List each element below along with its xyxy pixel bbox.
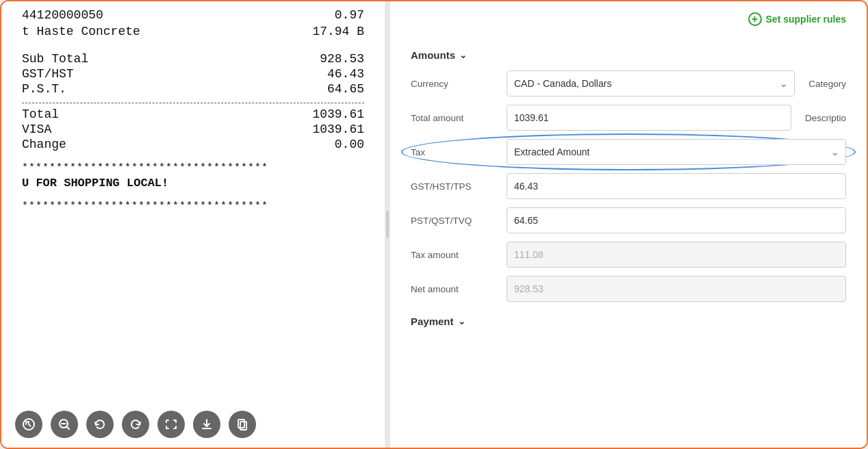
gst-input[interactable] — [507, 173, 846, 199]
category-col-label: Category — [808, 79, 846, 89]
pst-qst-label: PST/QST/TVQ — [411, 216, 500, 226]
total-amount-input[interactable] — [507, 105, 791, 131]
plus-circle-icon: + — [748, 12, 762, 26]
svg-rect-5 — [240, 422, 246, 430]
currency-label: Currency — [411, 79, 500, 89]
receipt-gst-row: GST/HST 46.43 — [22, 67, 364, 81]
gst-label: GST/HST — [22, 67, 74, 81]
change-value: 0.00 — [335, 138, 364, 151]
payment-label: Payment — [411, 316, 454, 327]
currency-row: Currency CAD - Canada, Dollars ⌄ Categor… — [411, 70, 846, 97]
receipt-header-row: 44120000050 0.97 — [22, 8, 364, 22]
zoom-reset-button[interactable] — [15, 411, 42, 438]
receipt-panel: 44120000050 0.97 t Haste Concrete 17.94 … — [1, 1, 385, 448]
rotate-right-button[interactable] — [122, 411, 149, 438]
net-amount-row: Net amount — [411, 276, 846, 302]
stars-bottom: ************************************ — [22, 201, 364, 212]
store-value: 17.94 B — [312, 25, 364, 38]
subtotal-value: 928.53 — [320, 52, 364, 66]
tax-label: Tax — [411, 147, 500, 157]
form-panel: + Set supplier rules Amounts ⌄ Currency … — [390, 1, 867, 448]
receipt-totals: Total 1039.61 VISA 1039.61 Change 0.00 — [22, 107, 364, 151]
thanks-text: U FOR SHOPPING LOCAL! — [22, 177, 364, 190]
description-col-label: Descriptio — [805, 113, 846, 123]
pst-input-wrap — [507, 207, 846, 233]
currency-select-wrap: CAD - Canada, Dollars ⌄ — [507, 70, 795, 97]
payment-section-header[interactable]: Payment ⌄ — [411, 316, 846, 327]
total-amount-input-wrap — [507, 105, 791, 131]
net-amount-label: Net amount — [411, 284, 500, 294]
receipt-toolbar — [1, 401, 385, 448]
tax-amount-row: Tax amount — [411, 242, 846, 268]
net-amount-input-wrap — [507, 276, 846, 302]
zoom-out-button[interactable] — [51, 411, 78, 438]
pst-value: 64.65 — [327, 82, 364, 96]
download-button[interactable] — [193, 411, 220, 438]
receipt-subtotal-row: Sub Total 928.53 — [22, 52, 364, 66]
receipt-pst-row: P.S.T. 64.65 — [22, 82, 364, 96]
pst-label: P.S.T. — [22, 82, 66, 96]
payment-chevron-icon: ⌄ — [458, 316, 465, 326]
gst-input-wrap — [507, 173, 846, 199]
receipt-total-row: Total 1039.61 — [22, 107, 364, 121]
amounts-label: Amounts — [411, 49, 455, 61]
store-name: t Haste Concrete — [22, 25, 140, 38]
total-label: Total — [22, 107, 59, 121]
drag-handle — [386, 211, 389, 238]
panel-divider — [385, 1, 390, 448]
fit-page-button[interactable] — [157, 411, 185, 438]
gst-row: GST/HST/TPS — [411, 173, 846, 199]
total-amount-row: Total amount Descriptio — [411, 105, 846, 131]
receipt-header-value: 0.97 — [335, 8, 364, 22]
receipt-store-row: t Haste Concrete 17.94 B — [22, 25, 364, 38]
subtotal-label: Sub Total — [22, 52, 88, 66]
tax-amount-label: Tax amount — [411, 250, 500, 260]
gst-value: 46.43 — [327, 67, 364, 81]
change-label: Change — [22, 138, 66, 151]
tax-select-wrap: Extracted Amount ⌄ — [507, 139, 846, 165]
svg-rect-4 — [238, 420, 244, 428]
receipt-visa-row: VISA 1039.61 — [22, 123, 364, 136]
receipt-divider — [22, 103, 364, 103]
amounts-chevron-icon: ⌄ — [459, 50, 467, 60]
tax-amount-input-wrap — [507, 242, 846, 268]
set-supplier-button[interactable]: + Set supplier rules — [748, 12, 846, 26]
tax-amount-input[interactable] — [507, 242, 846, 268]
total-amount-label: Total amount — [411, 113, 500, 123]
rotate-left-button[interactable] — [86, 411, 114, 438]
stars-top: ************************************ — [22, 162, 364, 174]
amounts-section-header[interactable]: Amounts ⌄ — [411, 49, 846, 61]
receipt-change-row: Change 0.00 — [22, 138, 364, 151]
tax-row-wrapper: Tax Extracted Amount ⌄ — [411, 139, 846, 165]
pst-row: PST/QST/TVQ — [411, 207, 846, 233]
tax-row: Tax Extracted Amount ⌄ — [411, 139, 846, 165]
currency-select[interactable]: CAD - Canada, Dollars — [507, 70, 795, 97]
tax-select[interactable]: Extracted Amount — [507, 139, 846, 165]
visa-label: VISA — [22, 123, 51, 136]
total-value: 1039.61 — [312, 107, 364, 121]
pst-input[interactable] — [507, 207, 846, 233]
pages-button[interactable] — [229, 411, 256, 438]
receipt-subtotals: Sub Total 928.53 GST/HST 46.43 P.S.T. 64… — [22, 52, 364, 96]
visa-value: 1039.61 — [312, 123, 364, 136]
svg-line-3 — [67, 427, 70, 430]
net-amount-input[interactable] — [507, 276, 846, 302]
receipt-number: 44120000050 — [22, 8, 103, 22]
receipt-content: 44120000050 0.97 t Haste Concrete 17.94 … — [1, 1, 385, 401]
gst-hst-label: GST/HST/TPS — [411, 181, 500, 192]
set-supplier-label: Set supplier rules — [766, 14, 846, 25]
main-container: 44120000050 0.97 t Haste Concrete 17.94 … — [0, 0, 868, 449]
